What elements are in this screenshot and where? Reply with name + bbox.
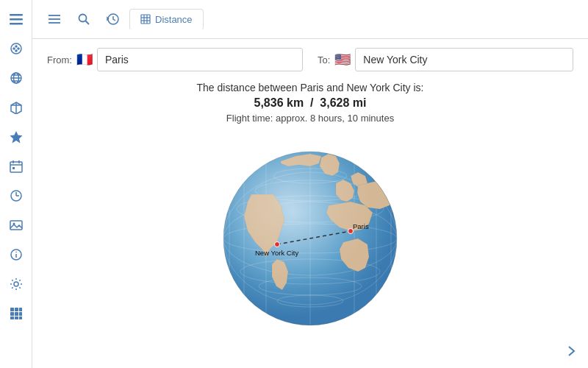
to-flag: 🇺🇸 — [334, 52, 351, 68]
to-label: To: — [318, 54, 330, 66]
forward-arrow[interactable] — [564, 344, 578, 361]
svg-point-43 — [79, 15, 87, 22]
svg-marker-16 — [10, 131, 22, 144]
svg-point-5 — [18, 48, 19, 49]
sidebar-item-clock[interactable] — [3, 183, 29, 209]
sidebar-item-info[interactable] — [3, 241, 29, 268]
sidebar — [0, 0, 32, 368]
svg-rect-25 — [10, 221, 22, 230]
sidebar-item-star[interactable] — [3, 124, 29, 150]
svg-rect-32 — [15, 308, 18, 311]
distance-km: 5,836 km — [254, 96, 304, 109]
svg-point-7 — [15, 50, 17, 52]
content-area: From: 🇫🇷 To: 🇺🇸 The distance between Par… — [32, 39, 588, 368]
from-label: From: — [47, 54, 72, 66]
from-to-row: From: 🇫🇷 To: 🇺🇸 — [47, 48, 573, 71]
to-input[interactable] — [355, 48, 573, 71]
svg-point-4 — [13, 48, 15, 49]
svg-rect-46 — [141, 15, 150, 24]
svg-line-44 — [86, 21, 90, 25]
nyc-label: New York City — [255, 249, 298, 257]
history-button[interactable] — [100, 6, 126, 32]
svg-point-6 — [15, 46, 17, 47]
svg-rect-34 — [10, 312, 14, 316]
distance-description: The distance between Paris and New York … — [197, 82, 424, 93]
sidebar-item-gear[interactable] — [3, 271, 29, 297]
paris-label: Paris — [353, 222, 369, 230]
distance-tab-label: Distance — [155, 14, 193, 25]
distance-info: The distance between Paris and New York … — [197, 82, 424, 124]
sidebar-item-image[interactable] — [3, 212, 29, 238]
nyc-dot — [275, 242, 280, 247]
svg-rect-35 — [15, 312, 18, 316]
globe-container: New York City Paris — [207, 135, 413, 342]
from-flag: 🇫🇷 — [76, 52, 93, 68]
from-input[interactable] — [97, 48, 303, 71]
svg-rect-2 — [10, 23, 23, 25]
svg-rect-36 — [19, 312, 22, 316]
flight-time: Flight time: approx. 8 hours, 10 minutes — [197, 113, 424, 124]
sidebar-item-cube[interactable] — [3, 94, 29, 121]
list-button[interactable] — [41, 6, 68, 32]
sidebar-item-menu[interactable] — [3, 6, 29, 32]
from-group: From: 🇫🇷 — [47, 48, 303, 71]
distance-mi: 3,628 mi — [320, 96, 366, 109]
svg-rect-17 — [10, 162, 22, 172]
distance-tab[interactable]: Distance — [129, 9, 204, 30]
svg-rect-39 — [19, 316, 22, 319]
svg-rect-1 — [10, 18, 23, 21]
svg-point-3 — [11, 43, 21, 54]
to-group: To: 🇺🇸 — [318, 48, 573, 71]
sidebar-item-apps[interactable] — [3, 300, 29, 327]
main-panel: Distance From: 🇫🇷 To: 🇺🇸 The distance be… — [32, 0, 588, 368]
sidebar-item-gamepad[interactable] — [3, 35, 29, 62]
svg-rect-31 — [10, 308, 14, 311]
svg-point-30 — [14, 282, 18, 286]
search-button[interactable] — [71, 6, 97, 32]
svg-point-29 — [15, 252, 17, 253]
sidebar-item-calendar[interactable] — [3, 153, 29, 180]
svg-rect-38 — [15, 316, 18, 319]
globe-svg: New York City Paris — [207, 135, 413, 342]
sidebar-item-globe[interactable] — [3, 65, 29, 91]
svg-rect-37 — [10, 316, 14, 319]
toolbar: Distance — [32, 0, 588, 39]
svg-rect-0 — [10, 14, 23, 16]
svg-rect-21 — [12, 167, 15, 169]
svg-rect-33 — [19, 308, 22, 311]
distance-value: 5,836 km / 3,628 mi — [197, 96, 424, 110]
